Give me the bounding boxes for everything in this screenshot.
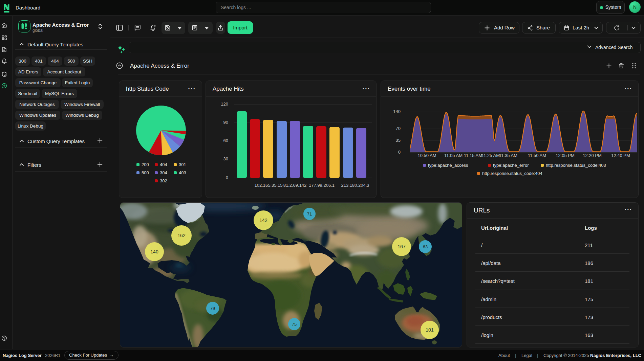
svg-text:167: 167 <box>398 244 406 249</box>
svg-text:142: 142 <box>259 218 267 223</box>
svg-text:162: 162 <box>177 233 186 238</box>
svg-text:75: 75 <box>292 322 297 327</box>
svg-text:101: 101 <box>426 327 434 333</box>
svg-text:79: 79 <box>210 306 215 311</box>
svg-text:71: 71 <box>307 211 312 217</box>
svg-text:63: 63 <box>423 244 428 249</box>
svg-text:140: 140 <box>150 249 158 254</box>
